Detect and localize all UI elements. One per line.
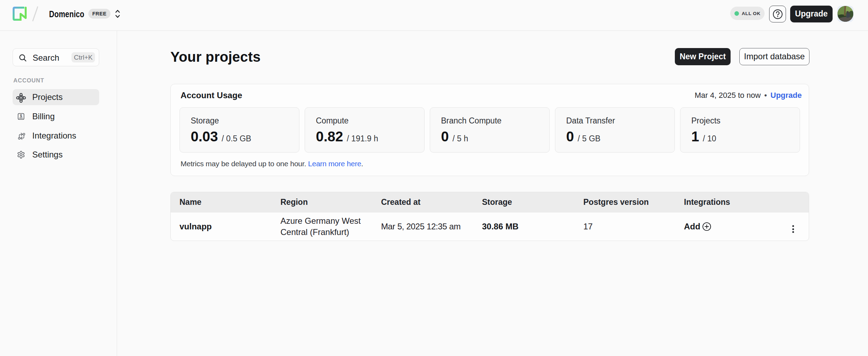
svg-text:$: $: [20, 114, 22, 118]
